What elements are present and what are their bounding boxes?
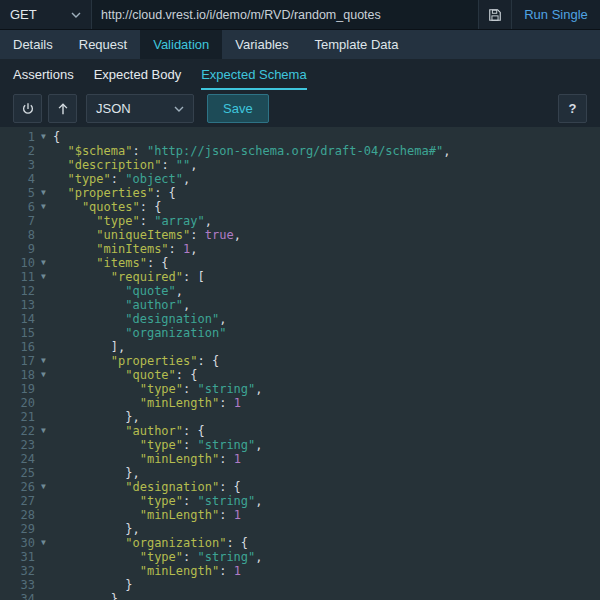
line-gutter: 17▼	[0, 354, 50, 368]
tab-details[interactable]: Details	[0, 30, 66, 59]
line-gutter: 22▼	[0, 424, 50, 438]
code-text: "type": "string",	[50, 550, 263, 564]
code-token: }	[53, 592, 118, 600]
fold-marker-icon[interactable]: ▼	[37, 354, 50, 368]
editor-line[interactable]: 28 "minLength": 1	[0, 508, 600, 522]
chevron-down-icon	[71, 12, 81, 18]
fold-marker-icon[interactable]: ▼	[37, 480, 50, 494]
code-token: "properties"	[53, 354, 198, 368]
editor-line[interactable]: 18▼ "quote": {	[0, 368, 600, 382]
editor-line[interactable]: 29 },	[0, 522, 600, 536]
code-token: "quote"	[53, 368, 176, 382]
editor-line[interactable]: 8 "uniqueItems": true,	[0, 228, 600, 242]
run-single-button[interactable]: Run Single	[512, 0, 600, 29]
code-token: :	[219, 508, 233, 522]
editor-line[interactable]: 19 "type": "string",	[0, 382, 600, 396]
save-schema-button[interactable]: Save	[207, 94, 269, 123]
editor-line[interactable]: 20 "minLength": 1	[0, 396, 600, 410]
line-gutter: 10▼	[0, 256, 50, 270]
editor-line[interactable]: 4 "type": "object",	[0, 172, 600, 186]
line-gutter: 29	[0, 522, 50, 536]
code-token: "description"	[53, 158, 161, 172]
import-button[interactable]	[13, 94, 42, 123]
url-input[interactable]	[92, 0, 478, 29]
code-token: : [	[183, 270, 205, 284]
code-text: },	[50, 522, 140, 536]
line-number: 28	[0, 508, 37, 522]
editor-line[interactable]: 32 "minLength": 1	[0, 564, 600, 578]
editor-line[interactable]: 14 "designation",	[0, 312, 600, 326]
fold-marker-icon[interactable]: ▼	[37, 186, 50, 200]
fold-marker-icon[interactable]: ▼	[37, 368, 50, 382]
editor-line[interactable]: 11▼ "required": [	[0, 270, 600, 284]
subtab-assertions[interactable]: Assertions	[13, 59, 74, 90]
code-token: :	[161, 158, 175, 172]
code-text: "quotes": {	[50, 200, 161, 214]
fold-marker-icon[interactable]: ▼	[37, 424, 50, 438]
code-text: ],	[50, 340, 125, 354]
editor-line[interactable]: 10▼ "items": {	[0, 256, 600, 270]
line-number: 24	[0, 452, 37, 466]
editor-line[interactable]: 27 "type": "string",	[0, 494, 600, 508]
fold-marker-icon[interactable]: ▼	[37, 130, 50, 144]
editor-line[interactable]: 9 "minItems": 1,	[0, 242, 600, 256]
editor-line[interactable]: 34 }	[0, 592, 600, 600]
editor-line[interactable]: 6▼ "quotes": {	[0, 200, 600, 214]
editor-line[interactable]: 13 "author",	[0, 298, 600, 312]
code-token: "minLength"	[53, 396, 219, 410]
fold-marker-icon[interactable]: ▼	[37, 256, 50, 270]
line-number: 20	[0, 396, 37, 410]
line-gutter: 33	[0, 578, 50, 592]
help-button[interactable]: ?	[558, 94, 587, 123]
editor-line[interactable]: 2 "$schema": "http://json-schema.org/dra…	[0, 144, 600, 158]
fold-marker-icon[interactable]: ▼	[37, 200, 50, 214]
code-token: ,	[443, 144, 450, 158]
editor-line[interactable]: 30▼ "organization": {	[0, 536, 600, 550]
editor-line[interactable]: 31 "type": "string",	[0, 550, 600, 564]
editor-line[interactable]: 21 },	[0, 410, 600, 424]
editor-line[interactable]: 24 "minLength": 1	[0, 452, 600, 466]
code-text: "organization": {	[50, 536, 248, 550]
line-gutter: 25	[0, 466, 50, 480]
tab-request[interactable]: Request	[66, 30, 140, 59]
code-token: "author"	[53, 298, 183, 312]
line-gutter: 8	[0, 228, 50, 242]
code-token: "string"	[198, 438, 256, 452]
fold-marker-icon[interactable]: ▼	[37, 270, 50, 284]
line-gutter: 18▼	[0, 368, 50, 382]
tab-validation[interactable]: Validation	[140, 30, 222, 59]
tab-variables[interactable]: Variables	[222, 30, 301, 59]
editor-mode-select[interactable]: JSON	[86, 94, 194, 123]
line-number: 5	[0, 186, 37, 200]
line-gutter: 1▼	[0, 130, 50, 144]
code-token: :	[132, 144, 146, 158]
editor-line[interactable]: 22▼ "author": {	[0, 424, 600, 438]
editor-line[interactable]: 7 "type": "array",	[0, 214, 600, 228]
editor-line[interactable]: 23 "type": "string",	[0, 438, 600, 452]
save-request-button[interactable]	[478, 0, 512, 29]
editor-line[interactable]: 5▼ "properties": {	[0, 186, 600, 200]
editor-line[interactable]: 17▼ "properties": {	[0, 354, 600, 368]
line-number: 18	[0, 368, 37, 382]
code-token: "type"	[53, 494, 183, 508]
subtab-expected-schema[interactable]: Expected Schema	[201, 59, 307, 90]
editor-line[interactable]: 25 },	[0, 466, 600, 480]
line-gutter: 28	[0, 508, 50, 522]
editor-line[interactable]: 3 "description": "",	[0, 158, 600, 172]
editor-line[interactable]: 26▼ "designation": {	[0, 480, 600, 494]
editor-line[interactable]: 15 "organization"	[0, 326, 600, 340]
editor-line[interactable]: 16 ],	[0, 340, 600, 354]
code-text: "minLength": 1	[50, 396, 241, 410]
editor-line[interactable]: 33 }	[0, 578, 600, 592]
fold-marker-icon[interactable]: ▼	[37, 536, 50, 550]
code-token: ,	[255, 438, 262, 452]
schema-code-editor[interactable]: 1▼{2 "$schema": "http://json-schema.org/…	[0, 127, 600, 600]
upload-button[interactable]	[48, 94, 77, 123]
subtab-expected-body[interactable]: Expected Body	[94, 59, 181, 90]
http-method-select[interactable]: GET	[0, 0, 92, 29]
editor-line[interactable]: 12 "quote",	[0, 284, 600, 298]
editor-line[interactable]: 1▼{	[0, 130, 600, 144]
code-token: ,	[205, 214, 212, 228]
code-token: : {	[176, 368, 198, 382]
tab-template-data[interactable]: Template Data	[302, 30, 412, 59]
